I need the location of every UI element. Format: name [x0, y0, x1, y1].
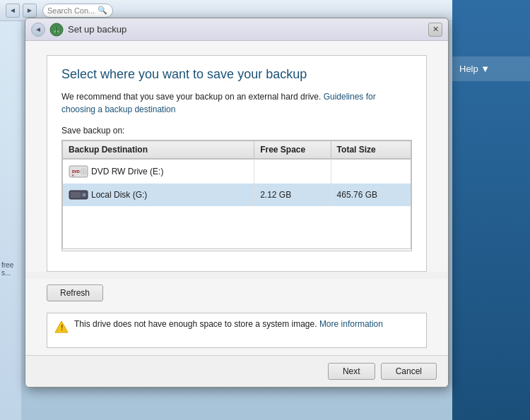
hdd-drive-icon: [69, 188, 88, 202]
search-text: Search Con...: [47, 6, 95, 15]
dialog-heading: Select where you want to save your backu…: [61, 67, 412, 82]
search-box[interactable]: Search Con... 🔍: [42, 4, 113, 18]
empty-row: [63, 206, 411, 227]
svg-point-5: [83, 171, 85, 173]
backup-icon: [49, 23, 64, 37]
warning-icon: !: [54, 320, 69, 334]
svg-rect-7: [71, 192, 81, 198]
right-panel: Help ▼: [452, 0, 530, 420]
warning-area: ! This drive does not have enough space …: [25, 313, 448, 355]
table-row[interactable]: Local Disk (G:) 2.12 GB 465.76 GB: [63, 184, 411, 206]
dvd-free-space: [254, 160, 331, 184]
table-header-row: Backup Destination Free Space Total Size: [63, 141, 411, 159]
help-area[interactable]: Help ▼: [452, 56, 530, 81]
forward-button[interactable]: ►: [23, 4, 37, 18]
svg-point-9: [83, 194, 85, 196]
left-panel-strip: free s...: [0, 21, 21, 420]
setup-backup-dialog: ◄ Set up backup ✕ Select where you want …: [25, 18, 449, 388]
drive-cell-hdd: Local Disk (G:): [69, 188, 248, 202]
dialog-titlebar: ◄ Set up backup ✕: [25, 18, 448, 41]
dialog-footer: Next Cancel: [25, 355, 448, 387]
backup-destination-table-container: Backup Destination Free Space Total Size: [61, 140, 412, 251]
table-row[interactable]: DVD R DVD RW Drive (E:): [63, 160, 411, 184]
warning-text: This drive does not have enough space to…: [74, 319, 383, 329]
dialog-description: We recommend that you save your backup o…: [61, 90, 412, 116]
save-on-label: Save backup on:: [61, 126, 412, 136]
free-space-indicator: free s...: [1, 261, 21, 277]
dvd-total-size: [331, 160, 411, 184]
drive-cell-dvd: DVD R DVD RW Drive (E:): [69, 164, 248, 179]
refresh-area: Refresh: [25, 279, 448, 313]
table-scroll-area: DVD R DVD RW Drive (E:): [62, 159, 411, 251]
hdd-total-size: 465.76 GB: [331, 184, 411, 206]
dialog-title: Set up backup: [68, 24, 126, 35]
warning-box: ! This drive does not have enough space …: [47, 313, 427, 348]
col-header-total-size: Total Size: [331, 141, 411, 159]
dvd-drive-icon: DVD R: [69, 164, 88, 179]
dvd-drive-name: DVD RW Drive (E:): [91, 167, 163, 176]
backup-rows-table: DVD R DVD RW Drive (E:): [62, 159, 411, 249]
col-header-destination: Backup Destination: [63, 141, 254, 159]
more-information-link[interactable]: More information: [319, 319, 383, 329]
titlebar-left: ◄ Set up backup: [31, 23, 126, 37]
dialog-content-area: Select where you want to save your backu…: [47, 55, 427, 272]
dialog-back-button[interactable]: ◄: [31, 23, 45, 37]
hdd-drive-name: Local Disk (G:): [91, 190, 147, 200]
hdd-free-space: 2.12 GB: [254, 184, 331, 206]
dialog-close-button[interactable]: ✕: [428, 23, 442, 37]
cancel-button[interactable]: Cancel: [381, 363, 437, 380]
search-icon: 🔍: [98, 6, 107, 15]
next-button[interactable]: Next: [328, 363, 375, 380]
refresh-button[interactable]: Refresh: [47, 284, 103, 301]
svg-text:R: R: [72, 174, 74, 177]
col-header-free-space: Free Space: [254, 141, 331, 159]
back-button[interactable]: ◄: [6, 4, 20, 18]
help-label: Help ▼: [459, 64, 490, 74]
svg-text:!: !: [61, 324, 63, 332]
backup-destination-table: Backup Destination Free Space Total Size: [62, 140, 411, 159]
empty-row: [63, 227, 411, 248]
